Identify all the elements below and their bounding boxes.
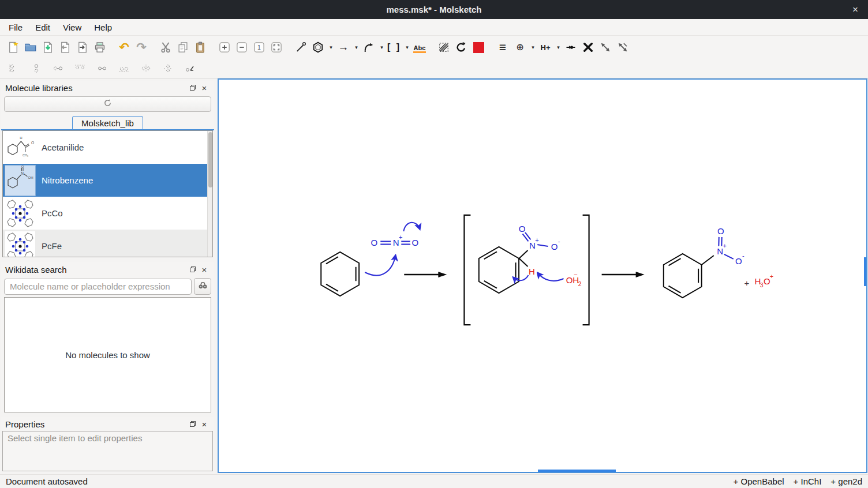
transform-tool-2-button[interactable]	[614, 39, 631, 56]
drawing-canvas[interactable]: ON+OON+O-HOH2−ON+O-+H3O+	[218, 78, 867, 473]
copy-button[interactable]	[174, 39, 192, 56]
nitronium-pi-to-oxygen-arrow[interactable]	[403, 223, 420, 231]
library-item-acetanilide[interactable]: HOCH₃Acetanilide	[3, 131, 212, 164]
arrange-tool-2-button[interactable]	[27, 61, 46, 76]
properties-close-button[interactable]: ×	[199, 419, 210, 429]
menu-edit[interactable]: Edit	[29, 21, 57, 34]
save-file-button[interactable]	[39, 39, 57, 56]
arrange-tool-9-button[interactable]	[180, 61, 199, 76]
line-width-tool-button[interactable]: ≡	[494, 39, 511, 56]
library-item-nitrobenzene[interactable]: NOOHNitrobenzene	[3, 164, 212, 197]
library-item-pcco[interactable]: PcCo	[3, 197, 212, 230]
plus-sign[interactable]: +	[742, 277, 752, 288]
libraries-float-button[interactable]	[187, 82, 199, 93]
arrange-tool-8-button[interactable]	[158, 61, 177, 76]
text-tool-button[interactable]: Abc	[411, 39, 428, 56]
search-button[interactable]	[194, 278, 211, 295]
libraries-close-button[interactable]: ×	[199, 82, 210, 93]
electron-pair-tool-button[interactable]	[562, 39, 579, 56]
library-item-pcfe[interactable]: PcFe	[3, 230, 212, 257]
zoom-in-button[interactable]	[216, 39, 233, 56]
menu-help[interactable]: Help	[88, 21, 118, 34]
reaction-arrow-tool-dropdown[interactable]: ▾	[353, 44, 360, 50]
arenium-o-right[interactable]: O-	[549, 238, 560, 251]
molecule-search-input[interactable]	[4, 279, 192, 295]
product-n[interactable]: N+	[715, 242, 727, 256]
hydronium[interactable]: H3O+	[754, 273, 773, 288]
base-to-proton-arrow[interactable]	[537, 273, 563, 281]
delete-tool-button[interactable]	[579, 39, 597, 56]
redo-button[interactable]: ↷	[133, 39, 150, 56]
arenium-o-top[interactable]: O	[517, 223, 527, 234]
charge-tool-button[interactable]: ⊕	[511, 39, 529, 56]
tab-molsketch-lib[interactable]: Molsketch_lib	[72, 116, 143, 129]
horizontal-scrollbar-thumb[interactable]	[538, 470, 616, 472]
arrange-molecules-icon-8	[161, 63, 175, 73]
benzene-to-nitronium-arrow[interactable]	[365, 256, 395, 275]
intermediate-brackets[interactable]	[464, 215, 589, 325]
draw-bond-tool-button[interactable]	[292, 39, 309, 56]
arrange-tool-4-button[interactable]	[70, 61, 89, 76]
refresh-libraries-button[interactable]	[4, 96, 211, 112]
mechanism-arrow-tool-dropdown[interactable]: ▾	[378, 44, 386, 50]
cut-button[interactable]	[157, 39, 174, 56]
wikidata-close-button[interactable]: ×	[199, 264, 210, 275]
nitronium-o-left[interactable]: O	[369, 237, 379, 247]
ring-tool-button[interactable]	[309, 39, 327, 56]
product-o-top[interactable]: O	[716, 226, 726, 236]
properties-float-button[interactable]	[187, 419, 199, 429]
arenium-h[interactable]: H	[526, 266, 537, 276]
svg-text:O: O	[735, 256, 742, 266]
arrange-tool-7-button[interactable]	[136, 61, 155, 76]
arrange-tool-6-button[interactable]	[114, 61, 133, 76]
mechanism-arrow-tool-button[interactable]	[360, 39, 377, 56]
vertical-scrollbar-thumb[interactable]	[864, 257, 866, 286]
svg-text:+: +	[744, 278, 749, 288]
nitronium-o-right[interactable]: O	[410, 237, 420, 247]
arrange-tool-1-button[interactable]	[5, 61, 24, 76]
arenium-n[interactable]: N+	[527, 237, 538, 250]
hydrogen-tool-dropdown[interactable]: ▾	[555, 44, 562, 50]
color-picker-button[interactable]	[470, 39, 487, 56]
export-file-button[interactable]	[57, 39, 74, 56]
reaction-arrow-2[interactable]	[602, 272, 645, 277]
svg-text:★: ★	[13, 42, 18, 47]
bracket-tool-dropdown[interactable]: ▾	[403, 44, 411, 50]
hydrogen-tool-button[interactable]: H+	[537, 39, 554, 56]
ring-tool-dropdown[interactable]: ▾	[327, 44, 335, 50]
zoom-out-button[interactable]	[233, 39, 250, 56]
zoom-fit-button[interactable]	[268, 39, 285, 56]
arrange-tool-5-button[interactable]	[92, 61, 111, 76]
import-file-button[interactable]	[74, 39, 91, 56]
benzene-reactant[interactable]	[321, 252, 359, 296]
library-scrollbar[interactable]	[207, 131, 212, 257]
arenium-ring[interactable]	[479, 247, 519, 293]
color-swatch-icon	[473, 42, 484, 53]
reaction-scheme[interactable]: ON+OON+O-HOH2−ON+O-+H3O+	[219, 80, 866, 472]
charge-tool-dropdown[interactable]: ▾	[529, 44, 537, 50]
svg-text:O: O	[566, 275, 573, 285]
reaction-arrow-1[interactable]	[404, 272, 447, 277]
reaction-arrow-tool-button[interactable]: →	[335, 39, 352, 56]
water-leaving-base[interactable]: OH2−	[566, 271, 582, 287]
zoom-original-button[interactable]: 1	[250, 39, 268, 56]
rotate-tool-button[interactable]	[452, 39, 470, 56]
nitronium-n[interactable]: N+	[391, 234, 402, 247]
menu-view[interactable]: View	[57, 21, 88, 34]
curved-arrow-icon	[363, 42, 375, 53]
hatch-pattern-tool-button[interactable]	[435, 39, 452, 56]
product-o-right[interactable]: O-	[734, 252, 744, 266]
paste-button[interactable]	[192, 39, 209, 56]
arrange-tool-3-button[interactable]	[48, 61, 68, 76]
nitrobenzene-ring[interactable]	[664, 254, 702, 298]
acetanilide-thumbnail-icon: HOCH₃	[5, 133, 35, 163]
wikidata-float-button[interactable]	[187, 264, 199, 275]
close-window-button[interactable]: ×	[843, 0, 868, 19]
transform-tool-1-button[interactable]	[597, 39, 614, 56]
new-document-button[interactable]: ★	[5, 39, 22, 56]
bracket-tool-button[interactable]: [ ]	[386, 39, 403, 56]
menu-file[interactable]: File	[2, 21, 29, 34]
undo-button[interactable]: ↶	[115, 39, 133, 56]
print-button[interactable]	[91, 39, 108, 56]
open-file-button[interactable]	[22, 39, 39, 56]
